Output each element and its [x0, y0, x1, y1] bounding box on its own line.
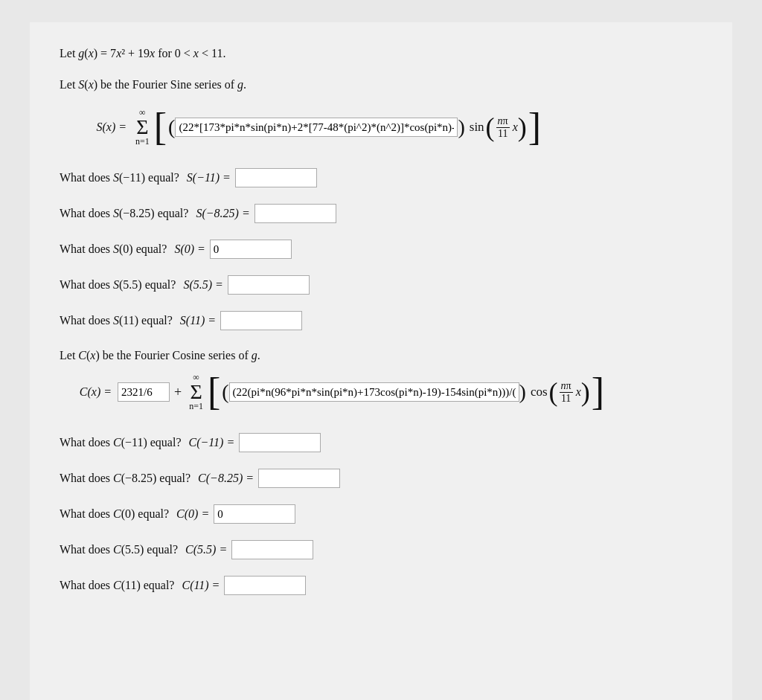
- sine-q5-input[interactable]: [220, 311, 302, 330]
- sine-q1: What does S(−11) equal? S(−11) =: [60, 168, 702, 187]
- sine-fraction-num: nπ: [496, 115, 510, 128]
- right-bracket-cosine: ]: [592, 375, 604, 410]
- cosine-formula-label: C(x) =: [60, 385, 112, 399]
- sine-q2-label: S(−8.25) =: [196, 207, 249, 220]
- sine-q4-label: S(5.5) =: [183, 278, 222, 292]
- inner-paren-open-sine: (: [168, 117, 175, 138]
- big-paren-open-sine: (: [486, 114, 495, 141]
- sine-q5: What does S(11) equal? S(11) =: [60, 311, 702, 330]
- cosine-q5: What does C(11) equal? C(11) =: [60, 576, 702, 595]
- cosine-sigma-sub: n=1: [189, 401, 203, 412]
- intro-line-2: Let S(x) be the Fourier Sine series of g…: [60, 76, 702, 94]
- cosine-q3-input[interactable]: [214, 504, 295, 524]
- sine-trig-label: sin: [470, 120, 484, 135]
- sine-q5-label: S(11) =: [180, 314, 216, 327]
- cosine-q1-label: C(−11) =: [189, 436, 235, 449]
- cosine-fraction-num: nπ: [560, 380, 573, 393]
- cosine-q4-input[interactable]: [231, 540, 313, 559]
- sine-fraction-var: x: [513, 121, 518, 134]
- cosine-formula-line: C(x) = + ∞ Σ n=1 [ ( ) cos ( nπ 11 x: [60, 372, 702, 412]
- sigma-symbol: Σ: [136, 117, 148, 138]
- cosine-fraction-den: 11: [560, 393, 572, 405]
- sine-q1-label: S(−11) =: [187, 171, 231, 184]
- intro-line-1: Let g(x) = 7x² + 19x for 0 < x < 11.: [60, 45, 702, 62]
- sine-q2-input[interactable]: [254, 204, 336, 223]
- inner-paren-open-cosine: (: [222, 382, 228, 402]
- cosine-q4: What does C(5.5) equal? C(5.5) =: [60, 540, 702, 559]
- cosine-const-input[interactable]: [118, 382, 170, 402]
- cosine-q4-text: What does C(5.5) equal?: [60, 543, 178, 556]
- sine-q4-text: What does S(5.5) equal?: [60, 278, 176, 292]
- left-bracket-sine: [: [154, 110, 167, 145]
- sine-q3-text: What does S(0) equal?: [60, 243, 167, 256]
- inner-paren-close-sine: ): [458, 117, 464, 138]
- cosine-q5-label: C(11) =: [182, 579, 220, 592]
- cosine-coefficient-input[interactable]: [229, 382, 519, 402]
- cosine-q1-input[interactable]: [239, 433, 321, 452]
- cosine-q5-input[interactable]: [224, 576, 306, 595]
- sine-q1-input[interactable]: [235, 168, 317, 187]
- right-bracket-sine: ]: [528, 110, 541, 145]
- cosine-sigma: ∞ Σ n=1: [189, 372, 203, 412]
- intro-line-3: Let C(x) be the Fourier Cosine series of…: [60, 347, 702, 365]
- big-paren-close-sine: ): [518, 114, 527, 141]
- sine-fraction: nπ 11: [496, 115, 510, 140]
- sine-fraction-den: 11: [496, 128, 509, 140]
- sine-q2: What does S(−8.25) equal? S(−8.25) =: [60, 204, 702, 223]
- cosine-q2-label: C(−8.25) =: [198, 472, 254, 485]
- sine-q5-text: What does S(11) equal?: [60, 314, 173, 327]
- sine-q2-text: What does S(−8.25) equal?: [60, 207, 188, 220]
- cosine-fraction: nπ 11: [560, 380, 573, 405]
- cosine-q2-text: What does C(−8.25) equal?: [60, 472, 190, 485]
- cosine-q3: What does C(0) equal? C(0) =: [60, 504, 702, 524]
- cosine-trig-label: cos: [531, 385, 548, 399]
- cosine-q2: What does C(−8.25) equal? C(−8.25) =: [60, 469, 702, 488]
- cosine-q2-input[interactable]: [258, 469, 340, 488]
- sine-sigma: ∞ Σ n=1: [135, 107, 150, 147]
- cosine-q3-text: What does C(0) equal?: [60, 507, 169, 521]
- cosine-q3-label: C(0) =: [176, 507, 209, 521]
- left-bracket-cosine: [: [208, 375, 220, 410]
- sine-q4: What does S(5.5) equal? S(5.5) =: [60, 275, 702, 295]
- sine-q3-label: S(0) =: [174, 243, 205, 256]
- sine-q3-input[interactable]: [210, 240, 292, 259]
- cosine-sigma-symbol: Σ: [190, 382, 202, 402]
- sigma-sub: n=1: [135, 136, 150, 147]
- sine-q3: What does S(0) equal? S(0) =: [60, 240, 702, 259]
- sine-coefficient-input[interactable]: [175, 118, 458, 137]
- sine-q4-input[interactable]: [228, 275, 310, 295]
- sine-formula-line: S(x) = ∞ Σ n=1 [ ( ) sin ( nπ 11 x ) ]: [60, 107, 702, 147]
- big-paren-close-cosine: ): [581, 379, 590, 405]
- cosine-plus: +: [174, 385, 182, 400]
- cosine-fraction-var: x: [576, 385, 581, 399]
- cosine-q1: What does C(−11) equal? C(−11) =: [60, 433, 702, 452]
- cosine-q1-text: What does C(−11) equal?: [60, 436, 182, 449]
- inner-paren-close-cosine: ): [519, 382, 526, 402]
- sine-q1-text: What does S(−11) equal?: [60, 171, 179, 184]
- sine-formula-label: S(x) =: [60, 121, 127, 134]
- cosine-q4-label: C(5.5) =: [185, 543, 227, 556]
- big-paren-open-cosine: (: [549, 379, 558, 405]
- cosine-q5-text: What does C(11) equal?: [60, 579, 174, 592]
